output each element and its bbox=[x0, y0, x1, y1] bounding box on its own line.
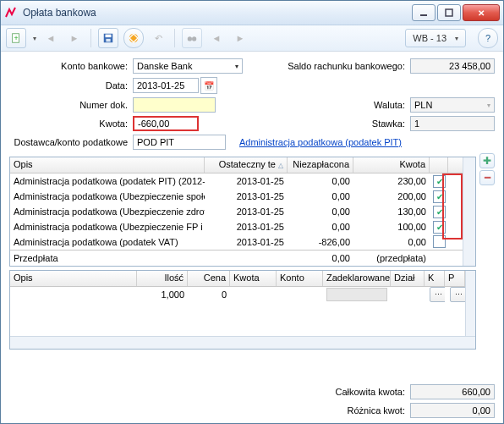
konto-select[interactable]: Danske Bank▾ bbox=[133, 58, 243, 74]
minimize-button[interactable] bbox=[412, 4, 436, 21]
table-row[interactable]: Administracja podatkowa (Ubezpieczenie F… bbox=[10, 219, 463, 234]
prepay-row: Przedpłata 0,00 (przedpłata) bbox=[10, 250, 463, 266]
nav-next: ► bbox=[231, 29, 249, 47]
saldo-label: Saldo rachunku bankowego: bbox=[277, 61, 410, 71]
calendar-icon[interactable]: 📅 bbox=[200, 77, 217, 94]
new-button[interactable]: + bbox=[6, 28, 26, 48]
binoculars-button[interactable] bbox=[182, 28, 202, 48]
maximize-button[interactable] bbox=[437, 4, 461, 21]
data-label: Data: bbox=[9, 80, 133, 91]
stawka-field: 1 bbox=[410, 116, 495, 131]
svg-rect-6 bbox=[106, 39, 110, 42]
next-disabled: ► bbox=[65, 29, 84, 47]
konto-label: Konto bankowe: bbox=[9, 61, 133, 71]
svg-text:+: + bbox=[14, 34, 18, 42]
table-row[interactable]: Administracja podatkowa (Ubezpieczenie s… bbox=[10, 189, 463, 204]
col-kwota[interactable]: Kwota bbox=[353, 157, 430, 173]
cancel-button[interactable] bbox=[123, 28, 144, 48]
total-label: Całkowita kwota: bbox=[335, 387, 410, 397]
close-button[interactable]: ✕ bbox=[463, 4, 500, 21]
wb-select[interactable]: WB - 13▾ bbox=[405, 29, 466, 47]
admin-link[interactable]: Administracja podatkowa (podatek PIT) bbox=[239, 137, 402, 147]
svg-point-10 bbox=[192, 36, 196, 41]
nav-prev: ◄ bbox=[207, 29, 226, 47]
stawka-label: Stawka: bbox=[354, 118, 410, 129]
diff-value: 0,00 bbox=[410, 403, 495, 418]
grid-header[interactable]: Opis Ostateczny te△ Niezapłacona Kwota bbox=[10, 157, 463, 173]
col-date[interactable]: Ostateczny te△ bbox=[205, 157, 288, 173]
svg-point-7 bbox=[129, 34, 139, 43]
numer-field[interactable] bbox=[133, 97, 216, 113]
waluta-label: Waluta: bbox=[354, 100, 410, 110]
data-field[interactable]: 2013-01-25 bbox=[133, 78, 199, 93]
numer-label: Numer dok. bbox=[9, 100, 133, 110]
row-checkbox[interactable]: ✔ bbox=[433, 175, 446, 188]
row-checkbox[interactable]: ✔ bbox=[433, 190, 446, 203]
svg-rect-0 bbox=[420, 14, 427, 16]
table-row[interactable]: Administracja podatkowa (Ubezpieczenie z… bbox=[10, 204, 463, 219]
dostawca-label: Dostawca/konto podatkowe bbox=[9, 137, 133, 147]
waluta-select: PLN▾ bbox=[410, 97, 495, 113]
new-dropdown-icon[interactable]: ▾ bbox=[33, 35, 36, 42]
table-row[interactable]: Administracja podatkowa (podatek PIT) (2… bbox=[10, 173, 463, 189]
row-checkbox[interactable]: ✔ bbox=[433, 206, 446, 218]
grid2-header[interactable]: Opis Ilość Cena Kwota Konto Zadeklarowan… bbox=[10, 271, 465, 287]
diff-label: Różnica kwot: bbox=[348, 405, 410, 416]
svg-rect-5 bbox=[106, 35, 112, 38]
add-row-button[interactable]: ✚ bbox=[479, 153, 495, 168]
save-button[interactable] bbox=[98, 28, 118, 48]
p-picker[interactable]: ⋯ bbox=[450, 287, 465, 302]
help-button[interactable]: ? bbox=[478, 28, 498, 48]
total-value: 660,00 bbox=[410, 384, 495, 399]
undo-disabled: ↶ bbox=[149, 29, 167, 47]
kwota-label: Kwota: bbox=[9, 118, 133, 129]
k-picker[interactable]: ⋯ bbox=[430, 287, 445, 302]
remove-row-button[interactable]: ━ bbox=[479, 170, 495, 185]
dostawca-field[interactable]: POD PIT bbox=[133, 135, 226, 150]
table-row[interactable]: Administracja podatkowa (podatek VAT)201… bbox=[10, 234, 463, 250]
bank-fee-window: Opłata bankowa ✕ + ▾ ◄ ► ↶ ◄ ► WB - 13▾ … bbox=[0, 0, 504, 424]
svg-point-9 bbox=[188, 36, 192, 41]
prev-disabled: ◄ bbox=[41, 29, 60, 47]
details-grid: Opis Ilość Cena Kwota Konto Zadeklarowan… bbox=[9, 270, 476, 350]
hscroll[interactable] bbox=[10, 336, 475, 349]
row-checkbox[interactable]: ✔ bbox=[433, 221, 446, 234]
titlebar: Opłata bankowa ✕ bbox=[1, 1, 503, 25]
details-row[interactable]: 1,000 0 ⋯ ⋯ bbox=[10, 287, 465, 302]
col-opis[interactable]: Opis bbox=[10, 157, 205, 173]
saldo-value: 23 458,00 bbox=[410, 58, 495, 74]
window-title: Opłata bankowa bbox=[23, 7, 410, 19]
col-unpaid[interactable]: Niezapłacona bbox=[288, 157, 353, 173]
row-checkbox[interactable] bbox=[433, 235, 446, 248]
vscroll[interactable] bbox=[463, 157, 475, 266]
payments-grid: Opis Ostateczny te△ Niezapłacona Kwota A… bbox=[9, 157, 476, 267]
app-icon bbox=[4, 6, 18, 19]
toolbar: + ▾ ◄ ► ↶ ◄ ► WB - 13▾ ? bbox=[1, 25, 503, 52]
kwota-field[interactable]: -660,00 bbox=[133, 116, 199, 131]
vscroll2[interactable] bbox=[465, 271, 475, 336]
svg-rect-1 bbox=[446, 9, 452, 16]
